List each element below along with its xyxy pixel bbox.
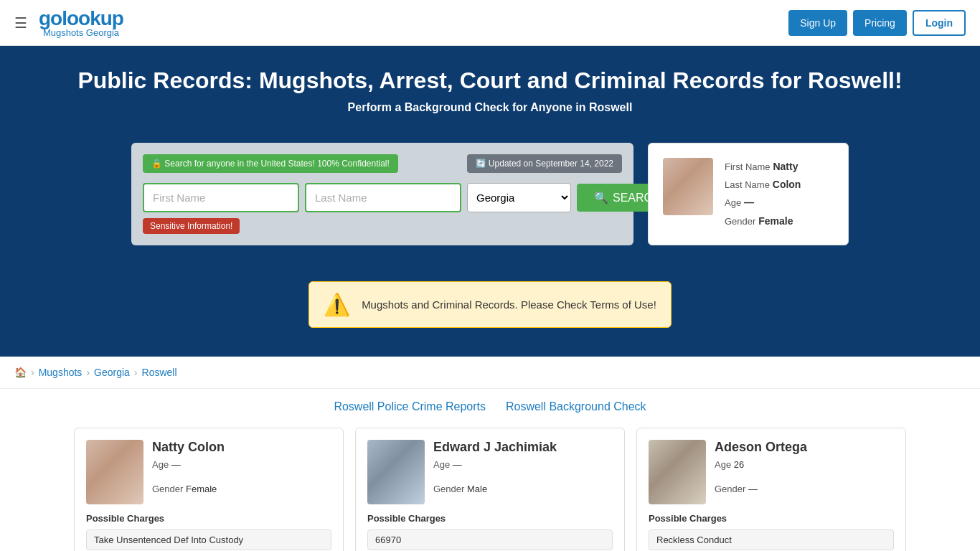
- charge-badge: 66970: [367, 529, 613, 550]
- background-check-link[interactable]: Roswell Background Check: [506, 400, 646, 413]
- sensitive-badge: Sensitive Information!: [143, 218, 240, 234]
- search-inputs: All States AlabamaAlaskaArizonaArkansas …: [143, 183, 622, 212]
- person-age: Age —: [433, 459, 613, 470]
- header-right: Sign Up Pricing Login: [788, 10, 966, 36]
- person-gender: Gender Female: [152, 484, 331, 494]
- logo-subtitle: Mugshots Georgia: [43, 27, 119, 38]
- info-card: First Name Natty Last Name Colon Age — G…: [648, 143, 849, 245]
- hero-section: Public Records: Mugshots, Arrest, Court …: [0, 46, 980, 143]
- avatar: [663, 158, 713, 215]
- breadcrumb: 🏠 › Mugshots › Georgia › Roswell: [0, 357, 980, 389]
- breadcrumb-home[interactable]: 🏠: [14, 367, 27, 378]
- avatar: [367, 440, 425, 504]
- page-title: Public Records: Mugshots, Arrest, Court …: [14, 67, 966, 94]
- hamburger-icon[interactable]: ☰: [14, 14, 27, 32]
- confidential-notice: 🔒 Search for anyone in the United States…: [143, 154, 398, 173]
- avatar-image: [663, 158, 713, 215]
- avatar: [649, 440, 706, 504]
- charges-label: Possible Charges: [649, 513, 894, 524]
- links-bar: Roswell Police Crime Reports Roswell Bac…: [0, 389, 980, 420]
- persons-grid: Natty Colon Age — Gender Female Possible…: [60, 420, 920, 551]
- person-name[interactable]: Adeson Ortega: [715, 440, 894, 455]
- info-first-name: First Name Natty: [725, 158, 801, 176]
- person-info: Natty Colon Age — Gender Female: [152, 440, 331, 504]
- signup-button[interactable]: Sign Up: [788, 10, 847, 36]
- info-age: Age —: [725, 194, 801, 212]
- login-button[interactable]: Login: [913, 10, 966, 36]
- person-age: Age —: [152, 459, 331, 470]
- person-name[interactable]: Natty Colon: [152, 440, 331, 455]
- last-name-input[interactable]: [305, 183, 461, 212]
- warning-text: Mugshots and Criminal Records. Please Ch…: [362, 298, 656, 311]
- person-gender: Gender Male: [433, 484, 613, 494]
- person-name[interactable]: Edward J Jachimiak: [433, 440, 613, 455]
- search-notices: 🔒 Search for anyone in the United States…: [143, 154, 622, 176]
- person-card: Edward J Jachimiak Age — Gender Male Pos…: [355, 428, 625, 551]
- updated-notice: 🔄 Updated on September 14, 2022: [467, 154, 622, 173]
- charge-badge: Reckless Conduct: [649, 529, 894, 550]
- person-age: Age 26: [715, 459, 894, 470]
- hero-subtitle: Perform a Background Check for Anyone in…: [14, 101, 966, 114]
- police-reports-link[interactable]: Roswell Police Crime Reports: [334, 400, 486, 413]
- avatar-image: [649, 440, 706, 504]
- avatar-image: [86, 440, 143, 504]
- person-header: Adeson Ortega Age 26 Gender —: [649, 440, 894, 504]
- header-left: ☰ golookup Mugshots Georgia: [14, 7, 123, 38]
- pricing-button[interactable]: Pricing: [853, 10, 907, 36]
- state-select[interactable]: All States AlabamaAlaskaArizonaArkansas …: [467, 183, 571, 212]
- charges-label: Possible Charges: [367, 513, 613, 524]
- info-last-name: Last Name Colon: [725, 176, 801, 194]
- person-card: Adeson Ortega Age 26 Gender — Possible C…: [636, 428, 906, 551]
- header: ☰ golookup Mugshots Georgia Sign Up Pric…: [0, 0, 980, 46]
- info-card-details: First Name Natty Last Name Colon Age — G…: [725, 158, 801, 230]
- avatar-image: [367, 440, 425, 504]
- person-card: Natty Colon Age — Gender Female Possible…: [74, 428, 344, 551]
- search-box: 🔒 Search for anyone in the United States…: [131, 143, 633, 245]
- search-icon: 🔍: [594, 191, 608, 204]
- warning-bar: ⚠️ Mugshots and Criminal Records. Please…: [308, 281, 672, 328]
- person-header: Natty Colon Age — Gender Female: [86, 440, 331, 504]
- charges-label: Possible Charges: [86, 513, 331, 524]
- info-gender: Gender Female: [725, 212, 801, 230]
- person-info: Adeson Ortega Age 26 Gender —: [715, 440, 894, 504]
- person-gender: Gender —: [715, 484, 894, 494]
- avatar: [86, 440, 143, 504]
- breadcrumb-roswell[interactable]: Roswell: [142, 367, 177, 378]
- charge-badge: Take Unsentenced Def Into Custody: [86, 529, 331, 550]
- search-section: 🔒 Search for anyone in the United States…: [0, 143, 980, 267]
- warning-section: ⚠️ Mugshots and Criminal Records. Please…: [0, 267, 980, 357]
- person-info: Edward J Jachimiak Age — Gender Male: [433, 440, 613, 504]
- first-name-input[interactable]: [143, 183, 299, 212]
- logo[interactable]: golookup Mugshots Georgia: [39, 7, 123, 38]
- warning-icon: ⚠️: [324, 292, 350, 317]
- person-header: Edward J Jachimiak Age — Gender Male: [367, 440, 613, 504]
- breadcrumb-georgia[interactable]: Georgia: [94, 367, 130, 378]
- breadcrumb-mugshots[interactable]: Mugshots: [39, 367, 83, 378]
